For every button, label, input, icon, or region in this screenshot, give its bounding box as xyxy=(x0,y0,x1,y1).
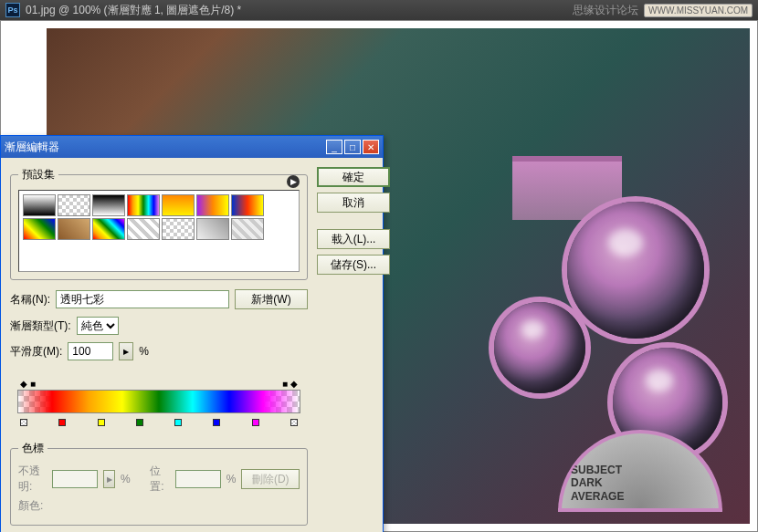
color-stop[interactable] xyxy=(135,413,144,422)
opacity-input xyxy=(52,470,98,488)
color-stop[interactable] xyxy=(174,413,183,422)
opacity-dd-icon: ▶ xyxy=(103,470,115,488)
gradient-preset[interactable] xyxy=(162,218,195,240)
gradient-preset[interactable] xyxy=(162,194,195,216)
gradient-preset[interactable] xyxy=(92,194,125,216)
gradient-editor-dialog: 漸層編輯器 _ □ ✕ 預設集 ▶ xyxy=(0,135,384,532)
camera-lens xyxy=(494,302,585,393)
opacity-stop[interactable]: ◆ xyxy=(290,379,299,388)
color-stop[interactable] xyxy=(58,413,67,422)
gradient-preset[interactable] xyxy=(23,194,56,216)
delete-stop-button: 刪除(D) xyxy=(241,469,300,489)
position-input xyxy=(175,470,221,488)
app-title-bar: Ps 01.jpg @ 100% (漸層對應 1, 圖層遮色片/8) * 思缘设… xyxy=(0,0,758,20)
position-label: 位置: xyxy=(150,464,170,495)
name-label: 名稱(N): xyxy=(10,292,50,308)
gradient-preset[interactable] xyxy=(196,194,229,216)
type-label: 漸層類型(T): xyxy=(10,318,71,334)
gradient-preset[interactable] xyxy=(127,194,160,216)
dialog-titlebar[interactable]: 漸層編輯器 _ □ ✕ xyxy=(1,136,383,158)
color-stop[interactable] xyxy=(251,413,260,422)
presets-group: 預設集 ▶ xyxy=(10,167,308,280)
color-stop[interactable] xyxy=(19,413,28,422)
smoothness-dropdown-icon[interactable]: ▶ xyxy=(119,342,133,360)
gradient-preset[interactable] xyxy=(196,218,229,240)
maximize-button[interactable]: □ xyxy=(344,140,361,154)
ps-app-icon: Ps xyxy=(5,3,20,17)
url-badge: WWW.MISSYUAN.COM xyxy=(644,4,753,17)
stops-label: 色標 xyxy=(18,441,47,456)
cancel-button[interactable]: 取消 xyxy=(317,193,390,213)
gradient-preset[interactable] xyxy=(58,194,90,216)
document-title: 01.jpg @ 100% (漸層對應 1, 圖層遮色片/8) * xyxy=(26,3,573,18)
minimize-button[interactable]: _ xyxy=(326,140,342,154)
close-button[interactable]: ✕ xyxy=(363,140,379,154)
camera-illustration: SUBJECT DARK AVERAGE xyxy=(384,165,732,512)
gradient-editor-bar: ◆ ■ ■ ◆ xyxy=(10,368,308,435)
preset-swatches xyxy=(18,190,300,272)
opacity-label: 不透明: xyxy=(18,464,47,495)
opacity-stop[interactable]: ◆ xyxy=(19,379,28,388)
name-input[interactable] xyxy=(56,290,229,308)
presets-label: 預設集 xyxy=(18,167,58,183)
gradient-preset[interactable] xyxy=(92,218,125,240)
dial-text: SUBJECT DARK AVERAGE xyxy=(571,464,624,503)
gradient-preset[interactable] xyxy=(231,194,264,216)
dialog-title: 漸層編輯器 xyxy=(5,140,324,155)
smoothness-label: 平滑度(M): xyxy=(10,344,62,360)
forum-label: 思缘设计论坛 xyxy=(573,3,638,18)
save-button[interactable]: 儲存(S)... xyxy=(317,255,390,275)
stops-group: 色標 不透明: ▶ % 位置: % 刪除(D) 顏色: xyxy=(10,441,308,526)
gradient-preset[interactable] xyxy=(231,218,264,240)
gradient-preset[interactable] xyxy=(58,218,90,240)
gradient-preset[interactable] xyxy=(127,218,160,240)
camera-lens xyxy=(567,202,704,339)
presets-menu-icon[interactable]: ▶ xyxy=(287,175,300,188)
gradient-preset[interactable] xyxy=(23,218,56,240)
smoothness-input[interactable] xyxy=(68,342,113,360)
color-stop[interactable] xyxy=(212,413,221,422)
new-button[interactable]: 新增(W) xyxy=(235,289,308,309)
opacity-stop[interactable]: ■ xyxy=(280,379,290,388)
ok-button[interactable]: 確定 xyxy=(317,167,390,187)
opacity-stop[interactable]: ■ xyxy=(28,379,37,388)
gradient-bar[interactable] xyxy=(17,390,300,413)
smoothness-unit: % xyxy=(139,345,149,358)
color-stop[interactable] xyxy=(290,413,299,422)
color-stop[interactable] xyxy=(97,413,106,422)
gradient-type-select[interactable]: 純色 xyxy=(77,317,119,335)
load-button[interactable]: 載入(L)... xyxy=(317,229,390,249)
color-label: 顏色: xyxy=(18,498,43,514)
